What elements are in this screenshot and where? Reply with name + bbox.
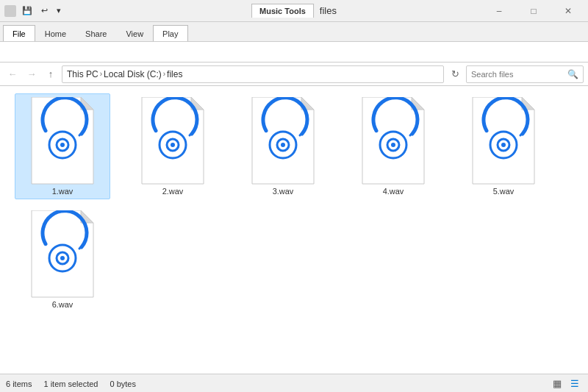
file-item[interactable]: 5.wav xyxy=(456,93,551,199)
window-title: files xyxy=(320,5,337,16)
svg-point-10 xyxy=(171,143,175,147)
main-area: 1.wav2.wav3.wav4.wav5.wav6.wav xyxy=(0,86,588,374)
path-sep-2: › xyxy=(163,70,165,78)
file-label: 1.wav xyxy=(52,187,74,196)
title-bar-left: 💾 ↩ ▾ xyxy=(0,4,64,17)
context-tab-label: Music Tools xyxy=(251,4,314,18)
title-bar: 💾 ↩ ▾ Music Tools files – □ ✕ xyxy=(0,0,588,22)
tab-view[interactable]: View xyxy=(116,25,153,41)
forward-button[interactable]: → xyxy=(24,66,40,82)
svg-point-4 xyxy=(60,143,65,147)
svg-point-16 xyxy=(281,143,285,147)
ribbon-content xyxy=(0,42,588,63)
selection-info: 1 item selected xyxy=(43,379,98,388)
tab-home[interactable]: Home xyxy=(35,25,76,41)
refresh-button[interactable]: ↻ xyxy=(447,66,463,82)
svg-point-34 xyxy=(60,256,65,260)
file-item[interactable]: 2.wav xyxy=(125,93,220,199)
file-icon xyxy=(356,97,430,185)
path-local-disk: Local Disk (C:) xyxy=(104,69,162,79)
file-icon xyxy=(246,97,320,185)
file-label: 2.wav xyxy=(162,187,184,196)
maximize-button[interactable]: □ xyxy=(517,0,551,22)
svg-point-28 xyxy=(501,143,506,147)
ribbon: File Home Share View Play xyxy=(0,22,588,42)
list-view[interactable]: ☰ xyxy=(567,377,582,391)
path-sep-1: › xyxy=(100,70,102,78)
svg-point-22 xyxy=(391,143,395,147)
file-label: 3.wav xyxy=(273,187,294,196)
path-this-pc: This PC xyxy=(67,69,98,79)
quick-access-down[interactable]: ▾ xyxy=(54,4,64,17)
large-icons-view[interactable]: ▦ xyxy=(550,377,564,391)
title-bar-controls: – □ ✕ xyxy=(482,0,588,22)
title-bar-center: Music Tools files xyxy=(251,4,337,18)
path-files: files xyxy=(167,69,182,79)
search-input[interactable] xyxy=(471,70,564,79)
item-count: 6 items xyxy=(6,379,32,388)
status-bar: 6 items 1 item selected 0 bytes ▦ ☰ xyxy=(0,374,588,392)
view-controls: ▦ ☰ xyxy=(550,377,582,391)
address-bar: ← → ↑ This PC › Local Disk (C:) › files … xyxy=(0,63,588,86)
file-item[interactable]: 1.wav xyxy=(15,93,110,199)
back-button[interactable]: ← xyxy=(4,66,21,82)
minimize-button[interactable]: – xyxy=(482,0,516,22)
file-icon xyxy=(26,210,99,299)
folder-icon xyxy=(4,5,16,17)
tab-file[interactable]: File xyxy=(3,25,35,41)
ribbon-tabs: File Home Share View Play xyxy=(0,22,588,41)
close-button[interactable]: ✕ xyxy=(551,0,585,22)
file-icon xyxy=(26,97,99,185)
size-info: 0 bytes xyxy=(110,379,135,388)
quick-access-undo[interactable]: ↩ xyxy=(38,4,51,17)
search-box[interactable]: 🔍 xyxy=(466,65,584,83)
file-item[interactable]: 3.wav xyxy=(235,93,331,199)
file-label: 4.wav xyxy=(383,187,404,196)
up-button[interactable]: ↑ xyxy=(43,66,59,82)
file-grid: 1.wav2.wav3.wav4.wav5.wav6.wav xyxy=(0,86,588,374)
file-item[interactable]: 4.wav xyxy=(345,93,441,199)
file-icon xyxy=(136,97,209,185)
tab-share[interactable]: Share xyxy=(76,25,116,41)
quick-access-save[interactable]: 💾 xyxy=(19,4,35,17)
file-item[interactable]: 6.wav xyxy=(15,207,110,313)
file-icon xyxy=(467,97,540,185)
file-label: 6.wav xyxy=(52,300,74,309)
tab-play[interactable]: Play xyxy=(153,25,187,41)
address-path[interactable]: This PC › Local Disk (C:) › files xyxy=(62,65,444,83)
file-label: 5.wav xyxy=(493,187,514,196)
search-icon: 🔍 xyxy=(567,69,578,79)
